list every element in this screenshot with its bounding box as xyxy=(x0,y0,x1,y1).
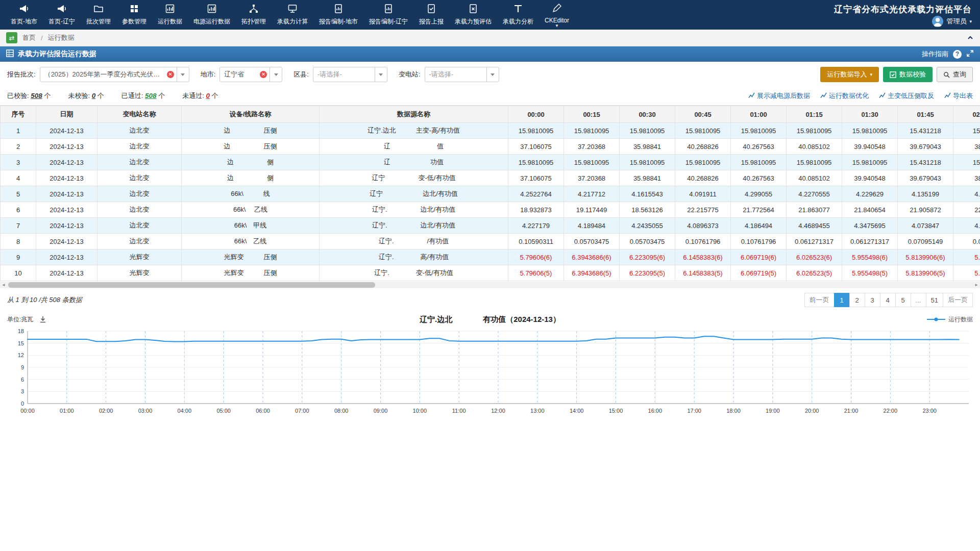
table-row[interactable]: 72024-12-13边北变66k\ 甲线辽宁. 边北/有功值4.2271794… xyxy=(1,218,980,234)
county-value: -请选择- xyxy=(313,70,375,79)
table-row[interactable]: 102024-12-13光辉变光辉变 压侧辽宁. 变-低/有功值5.79606(… xyxy=(1,265,980,281)
stat-unchecked: 未校验: 0 个 xyxy=(68,91,104,101)
link-show-reduced-source-data[interactable]: 展示减电源后数据 xyxy=(748,91,810,101)
help-icon[interactable]: ? xyxy=(953,50,962,59)
collapse-up-icon[interactable] xyxy=(967,34,974,41)
table-row[interactable]: 92024-12-13光辉变光辉变 压侧辽宁. 高/有功值5.79606(6)6… xyxy=(1,249,980,265)
chart-legend[interactable]: 运行数据 xyxy=(927,315,973,324)
cell-no: 1 xyxy=(1,123,36,139)
user-menu[interactable]: 管理员 ▾ xyxy=(932,16,972,27)
link-transformer-lv-invert[interactable]: 主变低压侧取反 xyxy=(879,91,934,101)
cell-value: 4.3475695 xyxy=(842,218,898,234)
cell-station: 边北变 xyxy=(97,155,182,170)
scroll-left-icon[interactable]: ◄ xyxy=(0,283,7,287)
nav-item-capacity-calc[interactable]: 承载力计算 xyxy=(272,0,313,30)
batch-select[interactable]: （2025）2025年第一季度分布式光伏承载... ✕ xyxy=(40,67,189,82)
scrollbar-thumb[interactable] xyxy=(8,282,375,288)
nav-item-report-city[interactable]: 报告编制-地市 xyxy=(313,0,363,30)
guide-link[interactable]: 操作指南 xyxy=(922,49,948,59)
cell-value: 4.27 xyxy=(953,186,980,202)
table-row[interactable]: 32024-12-13边北变边 侧辽 功值15.981009515.981009… xyxy=(1,155,980,170)
svg-text:00:00: 00:00 xyxy=(20,408,35,414)
cell-value: 6.026523(5) xyxy=(787,265,842,281)
legend-label: 运行数据 xyxy=(948,315,973,324)
nav-item-batch-mgmt[interactable]: 批次管理 xyxy=(81,0,116,30)
pagination-bar: 从 1 到 10 /共 508 条数据 前一页12345...51后一页 xyxy=(0,288,980,312)
station-select[interactable]: -请选择- xyxy=(425,67,499,82)
chart-title: 辽宁.边北 有功值（2024-12-13） xyxy=(7,315,973,324)
cell-value: 5.76 xyxy=(953,265,980,281)
batch-clear-icon[interactable]: ✕ xyxy=(167,71,174,78)
county-select[interactable]: -请选择- xyxy=(313,67,387,82)
nav-item-run-data[interactable]: 运行数据 xyxy=(152,0,188,30)
cell-value: 40.267563 xyxy=(731,139,787,155)
nav-item-home-liaoning[interactable]: 首页-辽宁 xyxy=(43,0,81,30)
cell-value: 39.679043 xyxy=(898,139,953,155)
city-value: 辽宁省 xyxy=(220,70,260,79)
doccheck-icon xyxy=(426,4,436,16)
page-prev-button[interactable]: 前一页 xyxy=(804,293,835,307)
page-button-51[interactable]: 51 xyxy=(926,293,943,307)
horizontal-scrollbar[interactable]: ◄ ► xyxy=(0,282,980,288)
cell-station: 光辉变 xyxy=(97,249,182,265)
query-button[interactable]: 查询 xyxy=(937,67,973,82)
page-button-2[interactable]: 2 xyxy=(849,293,865,307)
svg-text:21:00: 21:00 xyxy=(844,408,859,414)
nav-item-capacity-preeval[interactable]: 承载力预评估 xyxy=(449,0,497,30)
scrollbar-track[interactable] xyxy=(7,282,973,288)
cell-value: 15.9810095 xyxy=(842,123,898,139)
table-row[interactable]: 42024-12-13边北变边 侧辽宁 变-低/有功值37.10607537.2… xyxy=(1,170,980,186)
app-title: 辽宁省分布式光伏承载力评估平台 xyxy=(834,4,972,15)
nav-item-topology-mgmt[interactable]: 拓扑管理 xyxy=(236,0,272,30)
table-row[interactable]: 52024-12-13边北变66k\ 线辽宁 边北/有功值4.25227644.… xyxy=(1,186,980,202)
link-run-data-optimize[interactable]: 运行数据优化 xyxy=(820,91,869,101)
nav-item-capacity-analysis[interactable]: 承载力分析 xyxy=(497,0,539,30)
filter-buttons: 运行数据导入▾ 数据校验 查询 xyxy=(820,67,973,82)
nav-item-power-run-data[interactable]: 电源运行数据 xyxy=(188,0,236,30)
page-next-button[interactable]: 后一页 xyxy=(943,293,973,307)
table-row[interactable]: 82024-12-13边北变66k\ 乙线辽宁. /有功值0.105903110… xyxy=(1,234,980,249)
download-icon[interactable] xyxy=(39,316,46,323)
page-ellipsis[interactable]: ... xyxy=(911,293,926,307)
nav-item-report-submit[interactable]: 报告上报 xyxy=(413,0,449,30)
expand-icon[interactable] xyxy=(966,49,974,59)
nav-item-ckeditor[interactable]: CKEditor▾ xyxy=(539,0,575,30)
nav-item-home-city[interactable]: 首页-地市 xyxy=(5,0,43,30)
cell-source: 辽宁. 边北/有功值 xyxy=(320,218,508,234)
svg-text:18:00: 18:00 xyxy=(726,408,741,414)
cell-value: 6.026523(6) xyxy=(787,249,842,265)
filter-bar: 报告批次: （2025）2025年第一季度分布式光伏承载... ✕ 地市: 辽宁… xyxy=(0,62,980,87)
page-button-5[interactable]: 5 xyxy=(895,293,911,307)
import-run-data-button[interactable]: 运行数据导入▾ xyxy=(820,67,879,82)
breadcrumb-home[interactable]: 首页 xyxy=(22,33,36,42)
table-row[interactable]: 22024-12-13边北变边 压侧辽 值37.10607537.2036835… xyxy=(1,139,980,155)
cell-value: 35.98841 xyxy=(620,139,675,155)
cell-station: 边北变 xyxy=(97,234,182,249)
cell-value: 4.0896373 xyxy=(675,218,731,234)
cell-value: 22.0 xyxy=(953,202,980,218)
svg-text:02:00: 02:00 xyxy=(99,408,113,414)
refresh-button[interactable]: ⇄ xyxy=(6,32,17,43)
nav-item-param-mgmt[interactable]: 参数管理 xyxy=(116,0,152,30)
cell-value: 4.227179 xyxy=(508,218,564,234)
nav-item-report-liaoning[interactable]: 报告编制-辽宁 xyxy=(363,0,413,30)
city-clear-icon[interactable]: ✕ xyxy=(260,71,267,78)
validate-data-button[interactable]: 数据校验 xyxy=(883,67,933,82)
page-button-1[interactable]: 1 xyxy=(834,293,850,307)
svg-text:06:00: 06:00 xyxy=(256,408,270,414)
nav-item-label: 运行数据 xyxy=(158,17,182,26)
page-button-3[interactable]: 3 xyxy=(865,293,880,307)
table-row[interactable]: 62024-12-13边北变66k\ 乙线辽宁. 边北/有功值18.932873… xyxy=(1,202,980,218)
column-header: 00:45 xyxy=(675,106,731,123)
link-export-table[interactable]: 导出表 xyxy=(944,91,973,101)
chart-line-icon xyxy=(944,92,951,100)
data-table-wrap: 序号日期变电站名称设备/线路名称数据源名称00:0000:1500:3000:4… xyxy=(0,105,980,281)
page-button-4[interactable]: 4 xyxy=(880,293,896,307)
cell-value: 4.299055 xyxy=(731,186,787,202)
svg-text:6: 6 xyxy=(21,377,24,383)
scroll-right-icon[interactable]: ► xyxy=(973,283,980,287)
cell-station: 边北变 xyxy=(97,186,182,202)
nav-item-label: 承载力分析 xyxy=(503,17,533,26)
city-select[interactable]: 辽宁省 ✕ xyxy=(219,67,282,82)
table-row[interactable]: 12024-12-13边北变边 压侧辽宁.边北 主变-高/有功值15.98100… xyxy=(1,123,980,139)
